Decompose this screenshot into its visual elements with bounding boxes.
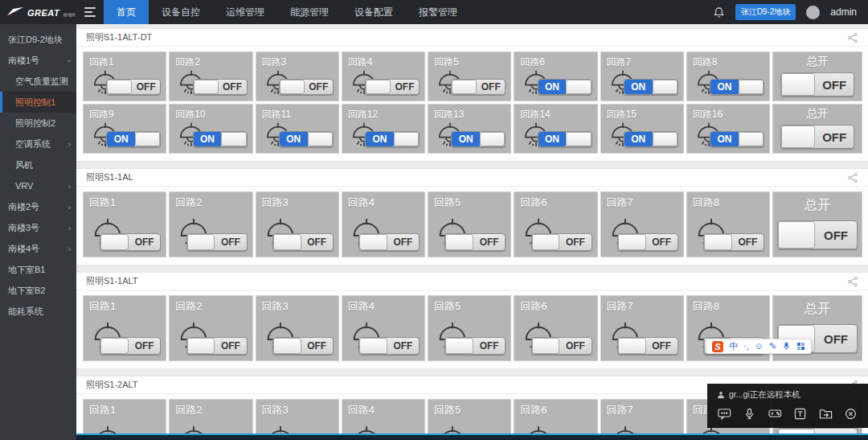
circuit-label: 回路4 xyxy=(348,299,375,314)
sidebar-item-9[interactable]: 南楼2号> xyxy=(0,196,76,217)
circuit-card-回路3: 回路3OFF xyxy=(256,191,339,257)
gamepad-icon[interactable] xyxy=(768,407,783,421)
share-icon[interactable] xyxy=(847,172,858,183)
circuit-toggle[interactable]: ON xyxy=(624,131,678,147)
close-icon[interactable] xyxy=(843,407,858,421)
circuit-toggle[interactable]: OFF xyxy=(531,337,592,355)
circuit-label: 回路1 xyxy=(89,56,114,69)
circuit-label: 回路6 xyxy=(520,299,547,314)
chevron-right-icon: > xyxy=(68,245,72,253)
toggle-knob xyxy=(100,338,129,354)
text-icon[interactable] xyxy=(792,407,808,421)
circuit-toggle[interactable]: OFF xyxy=(106,79,161,95)
circuit-toggle[interactable]: OFF xyxy=(272,233,334,251)
circuit-toggle[interactable]: OFF xyxy=(186,337,248,355)
toggle-knob xyxy=(781,73,815,96)
master-toggle[interactable]: OFF xyxy=(780,72,854,97)
circuit-label: 回路11 xyxy=(262,108,291,121)
toggle-state-label: OFF xyxy=(815,125,854,148)
circuit-label: 回路2 xyxy=(175,195,202,210)
mic-icon[interactable] xyxy=(782,342,791,351)
circuit-toggle[interactable]: ON xyxy=(365,131,420,147)
circuit-toggle[interactable]: ON xyxy=(624,79,678,95)
emoji-icon[interactable]: ☺ xyxy=(755,342,764,351)
circuit-toggle[interactable]: OFF xyxy=(279,79,334,95)
circuit-toggle[interactable]: OFF xyxy=(100,233,161,251)
master-toggle[interactable]: OFF xyxy=(777,220,858,249)
master-toggle[interactable]: OFF xyxy=(780,125,854,149)
user-avatar[interactable] xyxy=(806,6,820,19)
circuit-toggle[interactable]: OFF xyxy=(617,233,678,251)
toggle-state-label: ON xyxy=(194,132,222,146)
master-card: 总开OFF xyxy=(772,191,862,257)
notification-bell-icon[interactable] xyxy=(713,6,725,19)
chat-icon[interactable] xyxy=(717,407,732,421)
sidebar-item-7[interactable]: 风机 xyxy=(0,154,76,175)
circuit-card-回路3: 回路3OFF xyxy=(256,295,339,361)
sidebar-item-13[interactable]: 地下室B2 xyxy=(0,280,76,301)
circuit-toggle[interactable]: OFF xyxy=(193,79,248,95)
circuit-label: 回路8 xyxy=(693,56,718,69)
circuit-toggle[interactable]: ON xyxy=(279,131,334,147)
circuit-card-回路4: 回路4OFF xyxy=(342,191,425,257)
toggle-state-label: ON xyxy=(710,80,739,94)
share-icon[interactable] xyxy=(847,276,858,287)
circuit-label: 回路8 xyxy=(693,299,719,314)
circuit-toggle[interactable]: OFF xyxy=(444,337,506,355)
sidebar-item-2[interactable]: 南楼1号> xyxy=(0,50,76,71)
circuit-toggle[interactable]: OFF xyxy=(358,233,420,251)
menu-toggle-icon[interactable] xyxy=(76,0,104,24)
sidebar-item-4[interactable]: 照明控制1 xyxy=(0,92,76,113)
sidebar-item-10[interactable]: 南楼3号> xyxy=(0,217,76,238)
circuit-toggle[interactable]: OFF xyxy=(703,233,764,251)
toggle-state-label: OFF xyxy=(815,221,857,249)
site-badge[interactable]: 张江D9-2地块 xyxy=(735,4,796,20)
circuit-toggle[interactable]: ON xyxy=(451,131,506,147)
circuit-toggle[interactable]: ON xyxy=(106,131,161,147)
symbol-icon[interactable]: ·, xyxy=(743,342,749,351)
sidebar-item-8[interactable]: VRV> xyxy=(0,175,76,196)
sidebar-item-11[interactable]: 南楼4号> xyxy=(0,238,76,259)
circuit-label: 回路9 xyxy=(89,108,114,121)
circuit-toggle[interactable]: OFF xyxy=(531,233,592,251)
pencil-icon[interactable]: ✎ xyxy=(769,342,776,351)
sidebar-item-3[interactable]: 空气质量监测 xyxy=(0,71,76,92)
toggle-state-label: OFF xyxy=(559,234,591,250)
circuit-toggle[interactable]: OFF xyxy=(617,337,678,355)
keyboard-icon[interactable] xyxy=(796,342,805,351)
circuit-toggle[interactable]: OFF xyxy=(100,337,161,355)
nav-item-4[interactable]: 能源管理 xyxy=(277,0,342,24)
folder-transfer-icon[interactable] xyxy=(818,407,833,421)
circuit-toggle[interactable]: ON xyxy=(538,131,592,147)
circuit-label: 回路7 xyxy=(607,403,633,417)
circuit-toggle[interactable]: ON xyxy=(710,79,764,95)
sogou-logo[interactable]: S xyxy=(712,341,723,352)
sidebar-item-14[interactable]: 能耗系统 xyxy=(0,301,76,322)
circuit-label: 回路6 xyxy=(520,56,545,69)
circuit-toggle[interactable]: ON xyxy=(710,131,764,147)
circuit-toggle[interactable]: ON xyxy=(193,131,248,147)
circuit-toggle[interactable]: ON xyxy=(538,79,592,95)
nav-item-2[interactable]: 设备自控 xyxy=(149,0,213,24)
sidebar-item-12[interactable]: 地下室B1 xyxy=(0,259,76,280)
circuit-toggle[interactable]: OFF xyxy=(365,79,420,95)
circuit-toggle[interactable]: OFF xyxy=(186,233,248,251)
sidebar-item-1[interactable]: 张江D9-2地块 xyxy=(0,29,76,50)
circuit-toggle[interactable]: OFF xyxy=(444,233,506,251)
nav-item-1[interactable]: 首页 xyxy=(104,0,149,24)
circuit-card-回路3: 回路3OFF xyxy=(256,51,339,101)
nav-item-5[interactable]: 设备配置 xyxy=(342,0,406,24)
circuit-toggle[interactable]: OFF xyxy=(272,337,334,355)
section-rows: 回路1OFF回路2OFF回路3OFF回路4OFF回路5OFF回路6OFF回路7O… xyxy=(76,187,868,262)
sidebar-item-6[interactable]: 空调系统> xyxy=(0,134,76,154)
circuit-toggle[interactable]: OFF xyxy=(358,337,420,355)
pin-icon[interactable]: 中 xyxy=(729,342,738,351)
circuit-card-回路12: 回路12ON xyxy=(342,104,425,154)
nav-item-6[interactable]: 报警管理 xyxy=(406,0,470,24)
share-icon[interactable] xyxy=(847,32,858,43)
toggle-state-label: OFF xyxy=(301,338,333,354)
sidebar-item-5[interactable]: 照明控制2 xyxy=(0,113,76,134)
circuit-toggle[interactable]: OFF xyxy=(451,79,506,95)
mic-icon[interactable] xyxy=(742,407,757,421)
nav-item-3[interactable]: 运维管理 xyxy=(213,0,277,24)
